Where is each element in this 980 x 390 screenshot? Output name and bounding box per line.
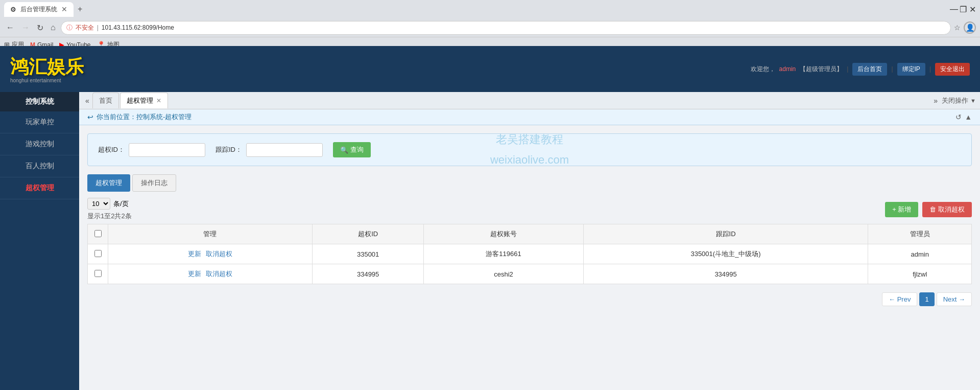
row1-admin: admin bbox=[868, 244, 972, 264]
table-header-row: 管理 超权ID 超权账号 跟踪ID 管理员 bbox=[88, 224, 972, 244]
breadcrumb-home-tab[interactable]: 首页 bbox=[92, 93, 119, 108]
header-separator2: | bbox=[891, 65, 893, 73]
trackid-input[interactable] bbox=[246, 143, 323, 157]
search-btn-label: 查询 bbox=[350, 145, 364, 154]
row2-select[interactable] bbox=[94, 270, 102, 277]
forward-button[interactable]: → bbox=[19, 22, 32, 33]
window-close-button[interactable]: ✕ bbox=[969, 6, 976, 13]
bind-ip-button[interactable]: 绑定IP bbox=[897, 63, 925, 76]
breadcrumb-prev-btn[interactable]: « bbox=[83, 96, 91, 106]
tab-title: 后台管理系统 bbox=[20, 5, 57, 14]
superid-input[interactable] bbox=[129, 143, 205, 157]
table-row: 更新 取消超权 335001 游客119661 335001(斗地主_中级场) … bbox=[88, 244, 972, 264]
row2-admin: fjlzwl bbox=[868, 264, 972, 284]
tab-close-icon[interactable]: ✕ bbox=[156, 97, 161, 104]
sidebar-item-hundred[interactable]: 百人控制 bbox=[0, 155, 79, 177]
sidebar-item-superauth[interactable]: 超权管理 bbox=[0, 177, 79, 199]
tab-favicon: ⚙ bbox=[10, 6, 16, 13]
breadcrumb-bar: « 首页 超权管理 ✕ » 关闭操作 ▼ bbox=[79, 92, 980, 109]
header-separator1: | bbox=[847, 65, 848, 73]
collapse-icon: ▼ bbox=[970, 98, 976, 104]
window-maximize-button[interactable]: ❐ bbox=[960, 6, 967, 13]
add-button[interactable]: + 新增 bbox=[885, 202, 918, 217]
sidebar-item-game[interactable]: 游戏控制 bbox=[0, 133, 79, 155]
prev-page-button[interactable]: ← Prev bbox=[882, 292, 917, 306]
sidebar: 控制系统 玩家单控 游戏控制 百人控制 超权管理 bbox=[0, 92, 79, 390]
sidebar-item-player[interactable]: 玩家单控 bbox=[0, 111, 79, 133]
current-tab-label: 超权管理 bbox=[127, 96, 153, 105]
admin-name-link[interactable]: admin bbox=[779, 65, 796, 73]
close-ops-label[interactable]: 关闭操作 bbox=[942, 96, 968, 105]
col-manage: 管理 bbox=[108, 224, 313, 244]
home-button[interactable]: ⌂ bbox=[49, 22, 58, 33]
breadcrumb-current-tab[interactable]: 超权管理 ✕ bbox=[120, 93, 168, 108]
profile-button[interactable]: 👤 bbox=[964, 21, 976, 34]
new-tab-button[interactable]: + bbox=[74, 3, 86, 16]
row1-trackid: 335001(斗地主_中级场) bbox=[583, 244, 868, 264]
per-page-control: 10 20 50 条/页 bbox=[87, 198, 132, 210]
home-tab-label: 首页 bbox=[99, 96, 112, 105]
browser-tab[interactable]: ⚙ 后台管理系统 ✕ bbox=[4, 2, 74, 17]
col-admin: 管理员 bbox=[868, 224, 972, 244]
row2-update-link[interactable]: 更新 bbox=[188, 270, 201, 278]
location-text: 你当前位置：控制系统-超权管理 bbox=[97, 112, 192, 122]
row1-cancel-link[interactable]: 取消超权 bbox=[206, 250, 232, 258]
back-button[interactable]: ← bbox=[4, 22, 16, 33]
tab-close-btn[interactable]: ✕ bbox=[61, 5, 67, 13]
select-all-checkbox[interactable] bbox=[94, 230, 102, 237]
breadcrumb-next-btn[interactable]: » bbox=[931, 96, 940, 106]
logout-button[interactable]: 安全退出 bbox=[935, 63, 970, 76]
location-arrow-icon: ↩ bbox=[87, 113, 93, 121]
row2-cancel-link[interactable]: 取消超权 bbox=[206, 270, 232, 278]
row2-trackid: 334995 bbox=[583, 264, 868, 284]
tab-superauth[interactable]: 超权管理 bbox=[87, 174, 130, 192]
trackid-label: 跟踪ID： bbox=[216, 145, 242, 154]
main-content: « 首页 超权管理 ✕ » 关闭操作 ▼ ↩ 你当前位置：控制系统-超 bbox=[79, 92, 980, 390]
search-button[interactable]: 🔍 查询 bbox=[333, 142, 371, 157]
superid-label: 超权ID： bbox=[98, 145, 125, 154]
refresh-btn[interactable]: ↺ bbox=[955, 113, 962, 121]
content-area: 超权ID： 跟踪ID： 🔍 查询 bbox=[79, 125, 980, 390]
row1-manage: 更新 取消超权 bbox=[108, 244, 313, 264]
superid-field: 超权ID： bbox=[98, 143, 205, 157]
search-icon: 🔍 bbox=[340, 146, 348, 154]
tab-oplog[interactable]: 操作日志 bbox=[132, 174, 176, 192]
admin-role: 【超级管理员】 bbox=[800, 65, 843, 74]
row2-superid: 334995 bbox=[312, 264, 423, 284]
cancel-superauth-button[interactable]: 🗑 取消超权 bbox=[922, 202, 972, 217]
security-icon: ⓘ bbox=[66, 24, 73, 32]
col-checkbox bbox=[88, 224, 108, 244]
row1-checkbox bbox=[88, 244, 108, 264]
table-controls: 10 20 50 条/页 显示1至2共2条 + 新增 🗑 取消超权 bbox=[87, 198, 972, 221]
row2-superaccount: ceshi2 bbox=[424, 264, 583, 284]
bookmark-button[interactable]: ☆ bbox=[954, 24, 961, 32]
table-row: 更新 取消超权 334995 ceshi2 334995 fjlzwl bbox=[88, 264, 972, 284]
per-page-unit: 条/页 bbox=[113, 199, 129, 209]
search-panel-wrapper: 超权ID： 跟踪ID： 🔍 查询 bbox=[87, 133, 972, 166]
pagination: ← Prev 1 Next → bbox=[87, 292, 972, 306]
logo-area: 鸿汇娱乐 honghui entertainment bbox=[10, 55, 84, 83]
next-page-button[interactable]: Next → bbox=[937, 292, 972, 306]
trackid-field: 跟踪ID： bbox=[216, 143, 323, 157]
header-separator3: | bbox=[929, 65, 931, 73]
current-page: 1 bbox=[919, 292, 934, 306]
logo-text: 鸿汇娱乐 bbox=[10, 55, 84, 80]
home-button[interactable]: 后台首页 bbox=[852, 63, 887, 76]
row2-checkbox bbox=[88, 264, 108, 284]
row1-update-link[interactable]: 更新 bbox=[188, 250, 201, 258]
reload-button[interactable]: ↻ bbox=[35, 22, 45, 34]
security-label: 不安全 bbox=[76, 24, 94, 32]
app-header: 鸿汇娱乐 honghui entertainment 欢迎您， admin 【超… bbox=[0, 46, 980, 92]
address-input[interactable] bbox=[102, 24, 945, 31]
row2-manage: 更新 取消超权 bbox=[108, 264, 313, 284]
per-page-select[interactable]: 10 20 50 bbox=[87, 198, 110, 210]
address-bar: ⓘ 不安全 | bbox=[61, 21, 951, 35]
row1-select[interactable] bbox=[94, 250, 102, 257]
header-right: 欢迎您， admin 【超级管理员】 | 后台首页 | 绑定IP | 安全退出 bbox=[751, 63, 970, 76]
col-superaccount: 超权账号 bbox=[424, 224, 583, 244]
window-minimize-button[interactable]: — bbox=[950, 6, 958, 13]
search-panel: 超权ID： 跟踪ID： 🔍 查询 bbox=[87, 133, 972, 166]
row1-superid: 335001 bbox=[312, 244, 423, 264]
welcome-text: 欢迎您， bbox=[751, 65, 775, 74]
collapse-btn[interactable]: ▲ bbox=[965, 113, 972, 121]
